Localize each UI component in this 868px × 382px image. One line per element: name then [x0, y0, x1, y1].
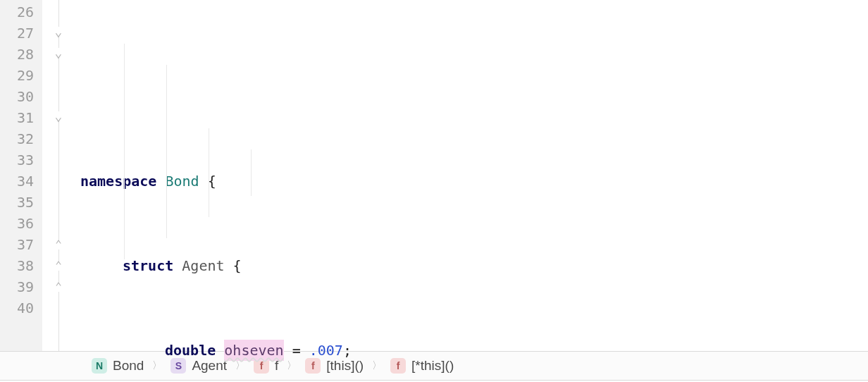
keyword: double	[165, 340, 216, 361]
keyword: struct	[123, 255, 173, 276]
line-number[interactable]: 40	[0, 297, 34, 319]
brace: {	[225, 255, 242, 276]
identifier: ohseven	[224, 340, 283, 361]
line-number[interactable]: 31	[0, 107, 34, 128]
keyword: namespace	[80, 171, 156, 192]
operator	[284, 340, 292, 361]
fold-toggle-icon[interactable]	[52, 27, 65, 37]
line-number[interactable]: 34	[0, 171, 34, 192]
space	[173, 255, 182, 276]
line-number-gutter[interactable]: 26 27 28 29 30 31 32 33 34 35 36 37 38 3…	[0, 0, 42, 351]
space	[301, 340, 309, 361]
line-number[interactable]: 30	[0, 86, 34, 107]
code-line[interactable]: double ohseven = .007;	[76, 340, 868, 361]
fold-toggle-icon[interactable]	[52, 48, 65, 58]
semicolon: ;	[343, 340, 352, 361]
line-number[interactable]: 33	[0, 149, 34, 171]
space	[216, 340, 224, 361]
line-number[interactable]: 39	[0, 276, 34, 297]
line-number[interactable]: 38	[0, 255, 34, 276]
fold-toggle-icon[interactable]	[52, 282, 65, 292]
brace: {	[199, 171, 216, 192]
code-area: 26 27 28 29 30 31 32 33 34 35 36 37 38 3…	[0, 0, 868, 351]
code-line[interactable]: struct Agent {	[76, 255, 868, 276]
line-number[interactable]: 28	[0, 44, 34, 65]
line-number[interactable]: 35	[0, 192, 34, 213]
code-content[interactable]: namespace Bond { struct Agent { double o…	[76, 0, 868, 351]
struct-name: Agent	[182, 255, 224, 276]
line-number[interactable]: 29	[0, 65, 34, 86]
line-number[interactable]: 32	[0, 128, 34, 149]
fold-column	[42, 0, 76, 351]
code-line[interactable]	[76, 86, 868, 107]
line-number[interactable]: 27	[0, 23, 34, 44]
fold-toggle-icon[interactable]	[52, 261, 65, 271]
line-number[interactable]: 26	[0, 1, 34, 23]
editor: 26 27 28 29 30 31 32 33 34 35 36 37 38 3…	[0, 0, 868, 381]
operator: =	[292, 340, 301, 361]
indent-guide	[124, 44, 125, 259]
number-literal: .007	[309, 340, 343, 361]
fold-toggle-icon[interactable]	[52, 240, 65, 249]
code-line[interactable]: namespace Bond {	[76, 171, 868, 192]
namespace-name: Bond	[165, 171, 199, 192]
fold-toggle-icon[interactable]	[52, 111, 65, 121]
space	[156, 171, 165, 192]
line-number[interactable]: 37	[0, 234, 34, 255]
line-number[interactable]: 36	[0, 213, 34, 234]
